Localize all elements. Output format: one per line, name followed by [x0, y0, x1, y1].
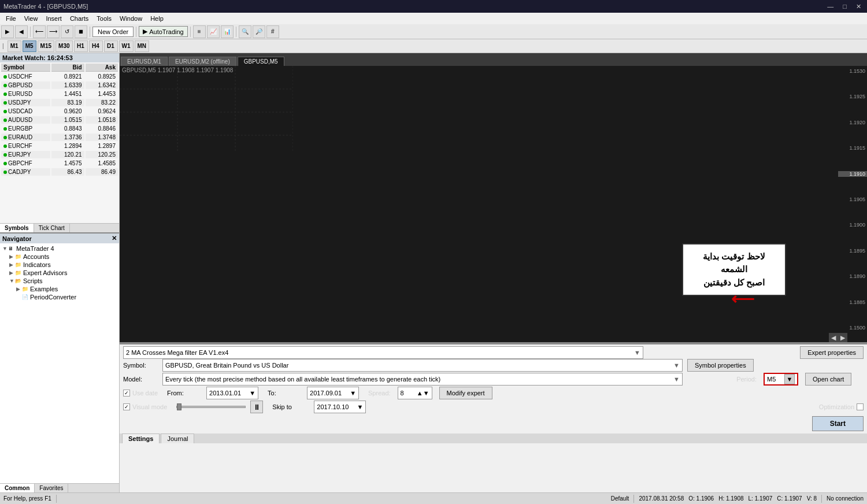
tb-zoom-out[interactable]: 🔎 [253, 25, 265, 38]
table-row[interactable]: USDJPY 83.19 83.22 [1, 99, 118, 106]
period-input-highlighted[interactable]: M5 ▼ [764, 373, 798, 386]
table-row[interactable]: CADJPY 86.43 86.49 [1, 168, 118, 176]
tf-h1[interactable]: H1 [74, 40, 88, 52]
tf-mn[interactable]: MN [135, 40, 150, 52]
chart-tab-eurusd-m1[interactable]: EURUSD,M1 [121, 57, 168, 66]
auto-trading-btn[interactable]: ▶ AutoTrading [139, 26, 188, 37]
table-row[interactable]: USDCAD 0.9620 0.9624 [1, 108, 118, 115]
tb-refresh[interactable]: ↺ [61, 25, 73, 38]
use-date-checkbox[interactable] [123, 390, 130, 396]
menu-view[interactable]: View [21, 14, 42, 23]
nav-tab-common[interactable]: Common [0, 484, 35, 492]
menu-file[interactable]: File [2, 14, 20, 23]
tf-m15[interactable]: M15 [38, 40, 54, 52]
expert-properties-btn[interactable]: Expert properties [800, 346, 864, 359]
tree-examples[interactable]: ▶ 📁 Examples [1, 285, 118, 293]
nav-tab-favorites[interactable]: Favorites [35, 484, 68, 492]
spread-input[interactable]: 8 ▲▼ [398, 387, 432, 399]
tree-expert-advisors[interactable]: ▶ 📁 Expert Advisors [1, 269, 118, 277]
tree-expand-examples[interactable]: ▶ [16, 286, 22, 292]
minimize-btn[interactable]: — [825, 3, 836, 10]
mw-tab-tick[interactable]: Tick Chart [34, 224, 70, 232]
table-row[interactable]: GBPUSD 1.6339 1.6342 [1, 81, 118, 89]
tb-fwd[interactable]: ⟶ [47, 25, 60, 38]
table-row[interactable]: EURJPY 120.21 120.25 [1, 151, 118, 158]
slider-thumb[interactable] [177, 403, 181, 410]
symbol-dropdown[interactable]: GBPUSD, Great Britain Pound vs US Dollar… [162, 359, 683, 372]
visual-speed-slider[interactable] [176, 406, 246, 408]
navigator-close[interactable]: ✕ [112, 235, 117, 242]
model-value: Every tick (the most precise method base… [165, 376, 440, 383]
tree-expand-ea[interactable]: ▶ [9, 270, 15, 276]
table-row[interactable]: EURGBP 0.8843 0.8846 [1, 125, 118, 132]
menu-tools[interactable]: Tools [93, 14, 115, 23]
tree-accounts[interactable]: ▶ 📁 Accounts [1, 253, 118, 261]
settings-tab[interactable]: Settings [122, 433, 160, 443]
tb-chart-candle[interactable]: 📊 [221, 25, 234, 38]
tf-m30[interactable]: M30 [55, 40, 72, 52]
tb-chart-bar[interactable]: ≡ [193, 25, 206, 38]
tb-chart-line[interactable]: 📈 [207, 25, 220, 38]
symbol-properties-btn[interactable]: Symbol properties [687, 359, 754, 372]
tree-scripts[interactable]: ▼ 📂 Scripts [1, 277, 118, 285]
table-row[interactable]: USDCHF 0.8921 0.8925 [1, 73, 118, 80]
start-btn[interactable]: Start [812, 416, 864, 431]
table-row[interactable]: GBPCHF 1.4575 1.4585 [1, 160, 118, 167]
to-cal[interactable]: ▼ [350, 390, 356, 396]
chart-tab-eurusd-m2[interactable]: EURUSD,M2 (offline) [169, 57, 236, 66]
mw-symbol: USDCHF [1, 73, 50, 80]
skip-cal[interactable]: ▼ [357, 403, 363, 410]
tf-w1[interactable]: W1 [119, 40, 134, 52]
new-order-btn[interactable]: New Order [92, 27, 134, 37]
journal-tab[interactable]: Journal [161, 433, 194, 443]
menu-insert[interactable]: Insert [42, 14, 65, 23]
tf-m1[interactable]: M1 [8, 40, 21, 52]
tf-d1[interactable]: D1 [104, 40, 118, 52]
model-dropdown[interactable]: Every tick (the most precise method base… [162, 373, 683, 386]
table-row[interactable]: EURAUD 1.3736 1.3748 [1, 134, 118, 141]
tree-expand-indicators[interactable]: ▶ [9, 262, 15, 268]
pause-btn[interactable]: ⏸ [250, 401, 263, 413]
tb-btn2[interactable]: ◀ [15, 25, 28, 38]
tb-grid[interactable]: # [266, 25, 279, 38]
optimization-checkbox[interactable] [857, 403, 864, 410]
tree-indicators[interactable]: ▶ 📁 Indicators [1, 261, 118, 269]
ea-dropdown[interactable]: 2 MA Crosses Mega filter EA V1.ex4 ▼ [123, 346, 643, 359]
tb-stop[interactable]: ⏹ [75, 25, 87, 38]
modify-expert-btn[interactable]: Modify expert [439, 387, 492, 399]
tree-expand-root[interactable]: ▼ [2, 246, 8, 251]
to-date[interactable]: 2017.09.01 ▼ [307, 387, 359, 399]
skip-to-date[interactable]: 2017.10.10 ▼ [314, 401, 366, 413]
menu-charts[interactable]: Charts [66, 14, 92, 23]
close-btn[interactable]: ✕ [854, 3, 864, 10]
price-axis: 1.1530 1.1925 1.1920 1.1915 1.1910 1.190… [838, 66, 867, 333]
tree-root[interactable]: ▼ 🖥 MetaTrader 4 [1, 244, 118, 253]
tree-period-converter[interactable]: 📄 PeriodConverter [1, 293, 118, 301]
chart-canvas[interactable]: GBPUSD,M5 1.1907 1.1908 1.1907 1.1908 [120, 66, 867, 342]
period-btn[interactable]: ▼ [784, 374, 795, 384]
scroll-left[interactable]: ◀ [829, 333, 838, 342]
tree-expand-accounts[interactable]: ▶ [9, 254, 15, 260]
tb-back[interactable]: ⟵ [33, 25, 46, 38]
visual-mode-checkbox[interactable] [123, 403, 130, 410]
tf-m5[interactable]: M5 [23, 40, 36, 52]
from-date[interactable]: 2013.01.01 ▼ [206, 387, 258, 399]
table-row[interactable]: EURCHF 1.2894 1.2897 [1, 142, 118, 150]
mw-ask: 0.9624 [86, 108, 118, 115]
from-cal[interactable]: ▼ [249, 390, 255, 396]
tree-expand-scripts[interactable]: ▼ [9, 278, 15, 284]
open-chart-btn[interactable]: Open chart [805, 373, 851, 386]
tf-h4[interactable]: H4 [89, 40, 103, 52]
spread-arrow[interactable]: ▲▼ [417, 390, 429, 396]
mw-tab-symbols[interactable]: Symbols [0, 224, 34, 232]
chart-tab-gbpusd-m5[interactable]: GBPUSD,M5 [238, 57, 284, 66]
table-row[interactable]: AUDUSD 1.0515 1.0518 [1, 116, 118, 124]
menu-window[interactable]: Window [116, 14, 146, 23]
spread-label: Spread: [368, 390, 391, 396]
table-row[interactable]: EURUSD 1.4451 1.4453 [1, 90, 118, 98]
maximize-btn[interactable]: □ [840, 3, 849, 10]
tb-new-btn[interactable]: ▶ [1, 25, 14, 38]
scroll-right[interactable]: ▶ [838, 333, 847, 342]
menu-help[interactable]: Help [147, 14, 167, 23]
tb-zoom-in[interactable]: 🔍 [239, 25, 251, 38]
